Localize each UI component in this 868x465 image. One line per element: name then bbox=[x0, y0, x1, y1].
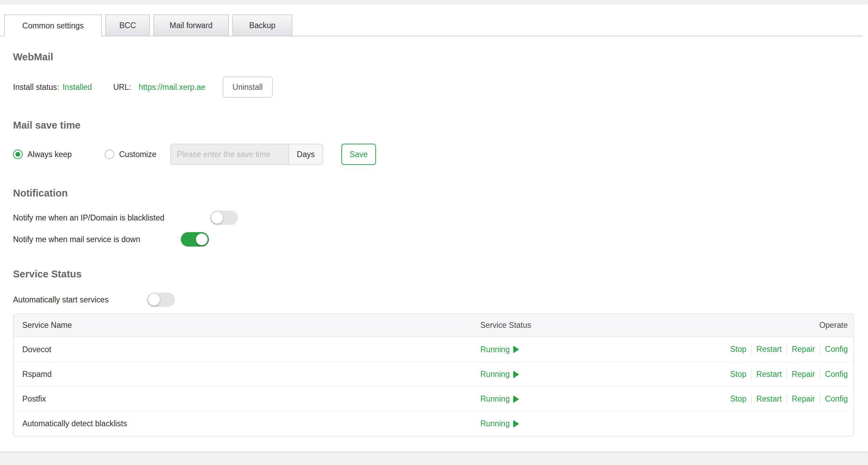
save-time-input[interactable] bbox=[170, 144, 289, 165]
service-name: Rspamd bbox=[14, 370, 472, 379]
install-status-value: Installed bbox=[62, 83, 92, 92]
table-header-row: Service Name Service Status Operate bbox=[14, 314, 853, 337]
settings-panel: Common settings BCC Mail forward Backup … bbox=[0, 4, 868, 452]
tab-bcc[interactable]: BCC bbox=[105, 14, 150, 36]
tab-label: Mail forward bbox=[169, 21, 212, 30]
config-link[interactable]: Config bbox=[820, 394, 848, 404]
toggle-knob-icon bbox=[148, 294, 160, 306]
table-row-auto-detect-blacklists: Automatically detect blacklists Running bbox=[14, 411, 853, 436]
status-running-text: Running bbox=[480, 394, 510, 404]
notify-blacklist-toggle[interactable] bbox=[210, 211, 238, 225]
notify-blacklist-row: Notify me when an IP/Domain is blacklist… bbox=[13, 211, 854, 225]
notify-service-down-label: Notify me when mail service is down bbox=[13, 235, 181, 244]
header-service-name: Service Name bbox=[14, 321, 472, 330]
service-name: Automatically detect blacklists bbox=[14, 419, 472, 428]
service-name: Dovecot bbox=[14, 345, 472, 354]
repair-link[interactable]: Repair bbox=[787, 369, 820, 379]
config-link[interactable]: Config bbox=[820, 369, 848, 379]
status-running-text: Running bbox=[480, 419, 510, 428]
tab-label: BCC bbox=[119, 21, 136, 30]
save-time-unit: Days bbox=[289, 144, 323, 165]
status-running-text: Running bbox=[480, 345, 510, 354]
table-row-dovecot: Dovecot Running Stop Restart Repair Conf… bbox=[14, 337, 853, 362]
auto-start-row: Automatically start services bbox=[13, 293, 854, 307]
tab-bar: Common settings BCC Mail forward Backup bbox=[0, 4, 863, 36]
header-operate: Operate bbox=[712, 321, 853, 330]
url-label: URL: bbox=[113, 83, 131, 92]
table-row-postfix: Postfix Running Stop Restart Repair Conf… bbox=[14, 386, 853, 411]
notification-section-title: Notification bbox=[13, 188, 854, 199]
auto-start-toggle[interactable] bbox=[147, 293, 175, 307]
status-running-text: Running bbox=[480, 370, 510, 379]
webmail-url-link[interactable]: https://mail.xerp.ae bbox=[139, 83, 205, 92]
mail-save-time-controls: Always keep Customize Days Save bbox=[13, 144, 854, 165]
uninstall-button[interactable]: Uninstall bbox=[223, 76, 273, 98]
stop-link[interactable]: Stop bbox=[725, 344, 751, 354]
repair-link[interactable]: Repair bbox=[787, 344, 820, 354]
service-status-cell: Running bbox=[472, 394, 712, 404]
radio-label: Always keep bbox=[27, 150, 72, 159]
install-status-label: Install status: bbox=[13, 83, 59, 92]
tab-label: Backup bbox=[249, 21, 275, 30]
radio-customize[interactable]: Customize bbox=[105, 150, 156, 159]
restart-link[interactable]: Restart bbox=[751, 394, 787, 404]
page-footer-strip bbox=[0, 452, 868, 465]
operate-cell: Stop Restart Repair Config bbox=[712, 344, 853, 354]
header-service-status: Service Status bbox=[472, 321, 712, 330]
notify-service-down-row: Notify me when mail service is down bbox=[13, 232, 854, 247]
radio-icon bbox=[105, 150, 114, 159]
config-link[interactable]: Config bbox=[820, 344, 848, 354]
tab-mail-forward[interactable]: Mail forward bbox=[153, 14, 229, 36]
service-status-cell: Running bbox=[472, 419, 712, 428]
toggle-knob-icon bbox=[211, 212, 223, 224]
table-row-rspamd: Rspamd Running Stop Restart Repair Confi… bbox=[14, 362, 853, 386]
notify-blacklist-label: Notify me when an IP/Domain is blacklist… bbox=[13, 213, 210, 223]
save-button[interactable]: Save bbox=[341, 144, 376, 165]
repair-link[interactable]: Repair bbox=[787, 394, 820, 404]
service-status-section-title: Service Status bbox=[13, 269, 854, 280]
play-icon bbox=[513, 395, 519, 403]
operate-cell: Stop Restart Repair Config bbox=[712, 394, 853, 404]
service-status-cell: Running bbox=[472, 370, 712, 379]
play-icon bbox=[513, 420, 519, 428]
play-icon bbox=[513, 346, 519, 353]
stop-link[interactable]: Stop bbox=[725, 369, 751, 379]
notify-service-down-toggle[interactable] bbox=[181, 232, 209, 247]
service-status-table: Service Name Service Status Operate Dove… bbox=[13, 313, 854, 437]
webmail-status-row: Install status: Installed URL: https://m… bbox=[13, 76, 854, 98]
mail-save-time-section-title: Mail save time bbox=[13, 120, 854, 131]
restart-link[interactable]: Restart bbox=[751, 369, 787, 379]
radio-icon bbox=[13, 150, 23, 159]
save-time-input-group: Days bbox=[170, 144, 323, 165]
tab-label: Common settings bbox=[22, 21, 84, 31]
radio-label: Customize bbox=[119, 150, 156, 159]
radio-always-keep[interactable]: Always keep bbox=[13, 150, 72, 159]
service-status-cell: Running bbox=[472, 345, 712, 354]
webmail-section-title: WebMail bbox=[13, 51, 854, 63]
tab-common-settings[interactable]: Common settings bbox=[4, 14, 102, 36]
restart-link[interactable]: Restart bbox=[751, 344, 787, 354]
toggle-knob-icon bbox=[196, 234, 208, 245]
operate-cell: Stop Restart Repair Config bbox=[712, 369, 853, 379]
service-name: Postfix bbox=[14, 394, 472, 404]
auto-start-label: Automatically start services bbox=[13, 295, 147, 305]
stop-link[interactable]: Stop bbox=[725, 394, 751, 404]
play-icon bbox=[513, 371, 519, 378]
tab-backup[interactable]: Backup bbox=[232, 14, 292, 36]
